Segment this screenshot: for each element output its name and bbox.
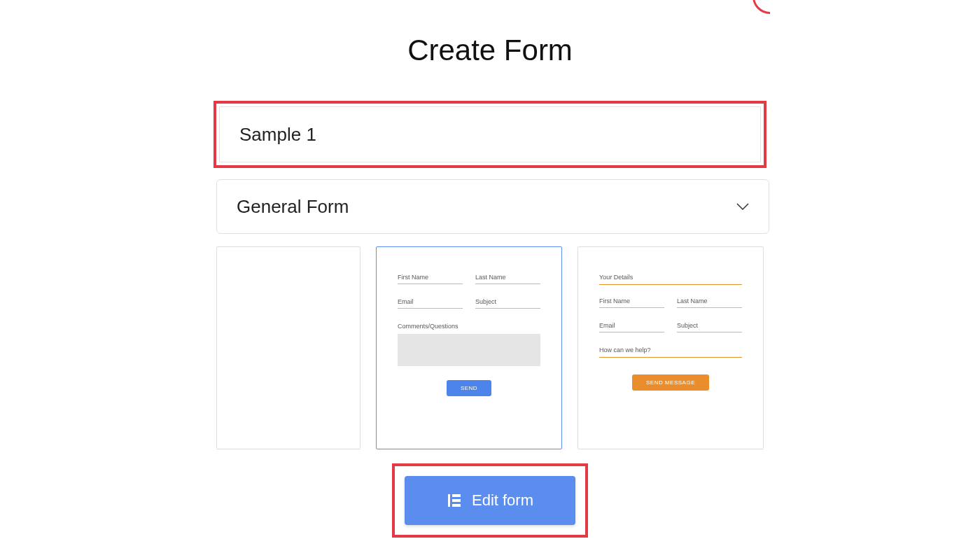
preview-textarea bbox=[398, 334, 540, 366]
svg-rect-0 bbox=[448, 494, 450, 507]
preview-field-first-name: First Name bbox=[398, 274, 463, 284]
svg-rect-2 bbox=[452, 499, 461, 502]
template-blank[interactable] bbox=[216, 246, 360, 449]
preview-field-first-name: First Name bbox=[599, 298, 664, 308]
decorative-arc bbox=[752, 0, 788, 14]
preview-field-email: Email bbox=[599, 322, 664, 332]
edit-form-highlight: Edit form bbox=[392, 463, 588, 538]
svg-rect-1 bbox=[452, 494, 461, 497]
page-title: Create Form bbox=[0, 34, 980, 67]
preview-help-label: How can we help? bbox=[599, 346, 742, 358]
preview-comments-label: Comments/Questions bbox=[398, 323, 540, 330]
preview-send-button: SEND bbox=[447, 380, 491, 396]
preview-section-title: Your Details bbox=[599, 274, 742, 285]
form-name-highlight bbox=[214, 101, 766, 168]
elementor-icon bbox=[447, 493, 462, 508]
form-type-selected-label: General Form bbox=[237, 196, 349, 218]
svg-rect-3 bbox=[452, 504, 461, 507]
edit-form-button[interactable]: Edit form bbox=[405, 476, 575, 525]
form-type-select[interactable]: General Form bbox=[216, 179, 769, 234]
template-gallery: First Name Last Name Email Subject Comme… bbox=[216, 246, 764, 449]
preview-field-email: Email bbox=[398, 298, 463, 309]
preview-field-subject: Subject bbox=[677, 322, 742, 332]
preview-field-last-name: Last Name bbox=[677, 298, 742, 308]
edit-form-label: Edit form bbox=[472, 491, 533, 510]
chevron-down-icon bbox=[736, 203, 749, 210]
preview-field-last-name: Last Name bbox=[475, 274, 540, 284]
template-basic-contact[interactable]: First Name Last Name Email Subject Comme… bbox=[376, 246, 562, 449]
form-name-input[interactable] bbox=[219, 106, 761, 162]
template-orange-contact[interactable]: Your Details First Name Last Name Email … bbox=[578, 246, 764, 449]
form-builder-container: General Form First Name Last Name Email … bbox=[214, 101, 766, 449]
preview-send-message-button: SEND MESSAGE bbox=[632, 374, 709, 391]
preview-field-subject: Subject bbox=[475, 298, 540, 309]
